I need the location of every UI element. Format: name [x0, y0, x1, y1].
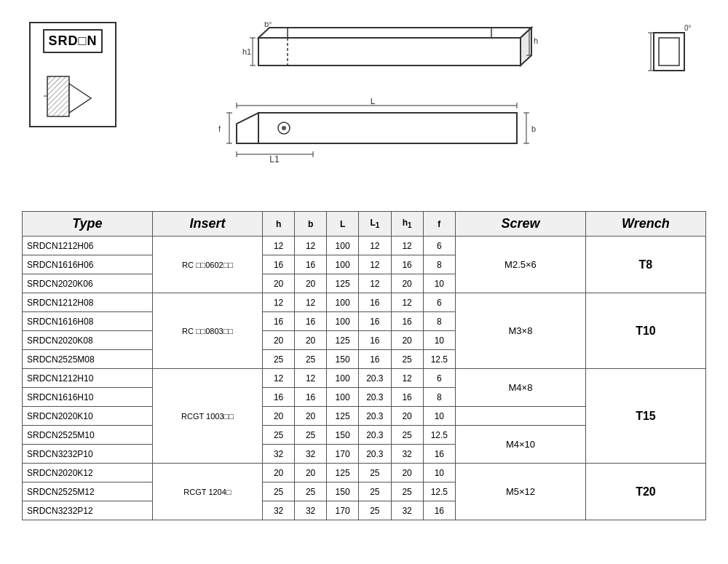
cell-f: 6	[423, 237, 456, 255]
cell-h: 20	[263, 274, 295, 293]
cell-h: 32	[263, 445, 295, 464]
cell-L1: 25	[359, 482, 392, 501]
cell-L1: 16	[359, 350, 392, 369]
table-row: SRDCN1212H06RC □□0602□□121210012126M2.5×…	[23, 237, 706, 255]
page: SRD□N	[0, 0, 728, 564]
cell-h1: 25	[391, 350, 423, 369]
cell-h1: 12	[391, 293, 423, 312]
cell-h1: 20	[391, 464, 423, 482]
cell-L: 100	[327, 237, 359, 255]
cell-h1: 12	[391, 237, 423, 255]
col-header-type: Type	[23, 212, 153, 237]
col-header-f: f	[423, 212, 456, 237]
cell-b: 12	[295, 237, 327, 255]
svg-marker-1	[47, 76, 69, 116]
cell-b: 25	[295, 482, 327, 501]
cell-f: 6	[423, 293, 456, 312]
cell-b: 32	[295, 445, 327, 464]
cell-f: 10	[423, 407, 456, 426]
svg-text:f: f	[218, 124, 221, 133]
cell-screw: M5×12	[456, 464, 586, 520]
svg-marker-21	[237, 113, 258, 143]
svg-marker-6	[258, 28, 531, 38]
cell-h1: 32	[391, 501, 423, 520]
cell-f: 10	[423, 274, 456, 293]
cell-type: SRDCN2020K08	[23, 331, 153, 350]
svg-text:L: L	[371, 98, 376, 106]
cell-f: 10	[423, 464, 456, 482]
cell-f: 16	[423, 445, 456, 464]
cell-f: 10	[423, 331, 456, 350]
cell-f: 16	[423, 501, 456, 520]
cell-h1: 12	[391, 369, 423, 388]
cell-h: 12	[263, 237, 295, 255]
cell-h: 20	[263, 464, 295, 482]
table-container: Type Insert h b L L1 h1 f Screw Wrench S…	[22, 211, 706, 520]
right-view-svg: 0°	[648, 22, 699, 84]
cell-b: 12	[295, 293, 327, 312]
cell-insert: RCGT 1003□□	[152, 369, 262, 464]
cell-L1: 20.3	[359, 388, 392, 407]
cell-L1: 16	[359, 293, 392, 312]
cell-h: 16	[263, 312, 295, 331]
cell-type: SRDCN3232P10	[23, 445, 153, 464]
cell-h: 16	[263, 388, 295, 407]
cell-L: 100	[327, 312, 359, 331]
cell-L1: 16	[359, 312, 392, 331]
cell-b: 32	[295, 501, 327, 520]
cell-h: 12	[263, 369, 295, 388]
cell-h1: 16	[391, 312, 423, 331]
cell-type: SRDCN1616H10	[23, 388, 153, 407]
cell-h1: 20	[391, 331, 423, 350]
cell-f: 8	[423, 255, 456, 274]
cell-L1: 16	[359, 331, 392, 350]
cell-type: SRDCN2020K06	[23, 274, 153, 293]
svg-rect-5	[258, 38, 521, 65]
svg-rect-41	[659, 38, 679, 65]
cell-b: 16	[295, 312, 327, 331]
cell-type: SRDCN1212H06	[23, 237, 153, 255]
cell-L1: 20.3	[359, 445, 392, 464]
table-row: SRDCN1212H08RC □□0803□□121210016126M3×8T…	[23, 293, 706, 312]
col-header-L: L	[327, 212, 359, 237]
cell-L1: 25	[359, 501, 392, 520]
cell-wrench: T10	[585, 293, 705, 369]
cell-L: 150	[327, 350, 359, 369]
table-row: SRDCN1212H10RCGT 1003□□121210020.3126M4×…	[23, 369, 706, 388]
cell-type: SRDCN1212H10	[23, 369, 153, 388]
cell-h: 32	[263, 501, 295, 520]
svg-text:h1: h1	[242, 47, 251, 56]
cell-wrench: T20	[585, 464, 705, 520]
cell-screw: M3×8	[456, 293, 586, 369]
center-diagram: b° h1 h	[171, 15, 593, 164]
svg-text:h: h	[534, 36, 538, 45]
cell-L1: 20.3	[359, 407, 392, 426]
cell-h1: 32	[391, 445, 423, 464]
cell-insert: RCGT 1204□	[152, 464, 262, 520]
cell-L: 170	[327, 445, 359, 464]
cell-b: 16	[295, 255, 327, 274]
insert-shape-svg	[44, 73, 102, 120]
cell-h1: 16	[391, 255, 423, 274]
cell-type: SRDCN2020K10	[23, 407, 153, 426]
left-diagram: SRD□N	[22, 15, 124, 127]
cell-b: 20	[295, 274, 327, 293]
cell-b: 20	[295, 331, 327, 350]
cell-wrench: T8	[585, 237, 705, 293]
cell-type: SRDCN2020K12	[23, 464, 153, 482]
cell-L: 125	[327, 274, 359, 293]
cell-h: 25	[263, 482, 295, 501]
svg-text:b°: b°	[264, 22, 272, 28]
tool-type-label: SRD□N	[43, 29, 103, 53]
cell-L1: 20.3	[359, 426, 392, 445]
cell-f: 12.5	[423, 426, 456, 445]
cell-L1: 25	[359, 464, 392, 482]
cell-h: 16	[263, 255, 295, 274]
cell-screw: M4×8	[456, 369, 586, 407]
cell-f: 12.5	[423, 350, 456, 369]
cell-f: 6	[423, 369, 456, 388]
cell-b: 20	[295, 464, 327, 482]
cell-L: 125	[327, 407, 359, 426]
cell-b: 25	[295, 426, 327, 445]
svg-point-23	[282, 126, 286, 130]
